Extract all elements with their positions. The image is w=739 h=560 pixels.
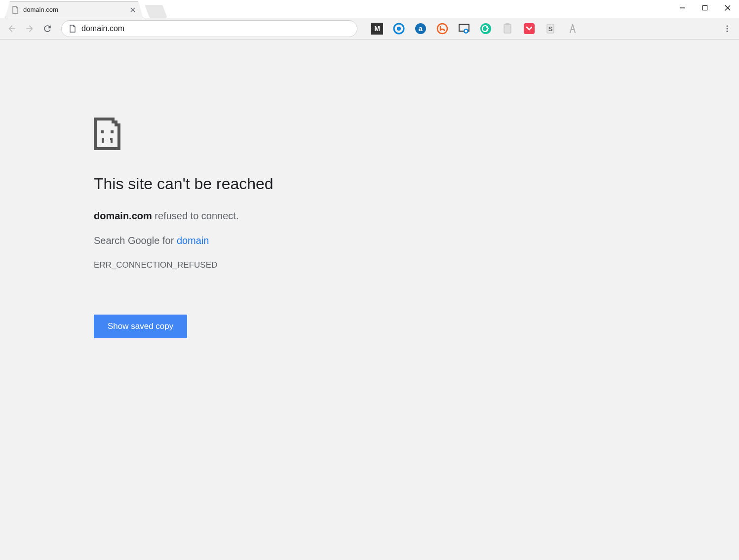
search-link[interactable]: domain [177,235,209,246]
url-text: domain.com [81,24,350,33]
svg-point-23 [727,28,728,30]
extension-amazon-icon[interactable]: a [415,23,427,35]
svg-point-24 [727,31,728,32]
page-info-icon[interactable] [69,25,77,33]
show-saved-copy-button[interactable]: Show saved copy [94,315,187,338]
back-button[interactable] [4,21,20,37]
chrome-menu-button[interactable] [719,21,735,37]
svg-rect-17 [504,24,511,33]
page-icon [11,6,19,14]
error-container: This site can't be reached domain.com re… [94,118,400,338]
reload-button[interactable] [39,21,55,37]
svg-text:S: S [548,25,553,33]
maximize-button[interactable] [694,0,716,16]
svg-text:a: a [419,24,423,33]
extension-pocket-icon[interactable] [523,23,535,35]
error-code: ERR_CONNECTION_REFUSED [94,260,400,270]
svg-point-9 [397,27,401,31]
svg-rect-19 [524,23,535,34]
extensions-area: M a S [371,23,579,35]
address-bar[interactable]: domain.com [61,20,357,37]
error-message: domain.com refused to connect. [94,208,400,223]
search-suggestion: Search Google for domain [94,235,400,246]
extension-bitly-icon[interactable] [436,23,448,35]
new-tab-button[interactable] [145,5,167,18]
svg-rect-26 [117,120,120,123]
svg-point-15 [465,30,467,33]
svg-rect-28 [111,130,114,133]
extension-megasync-icon[interactable]: M [371,23,383,35]
extension-compass-icon[interactable] [567,23,579,35]
error-title: This site can't be reached [94,174,400,195]
browser-tab[interactable]: domain.com [5,1,143,18]
window-controls [671,0,739,16]
extension-screenshot-icon[interactable] [458,23,470,35]
svg-rect-33 [104,140,111,143]
tab-title: domain.com [23,6,129,13]
close-window-button[interactable] [716,0,739,16]
toolbar: domain.com M a S [0,18,739,40]
minimize-button[interactable] [671,0,694,16]
extension-clipboard-icon[interactable] [502,23,513,35]
extension-circle-blue-icon[interactable] [393,23,405,35]
page-content: This site can't be reached domain.com re… [0,40,739,560]
extension-sessionbuddy-icon[interactable]: S [545,23,557,35]
svg-text:M: M [374,25,380,33]
forward-button[interactable] [22,21,38,37]
tab-bar: domain.com [0,0,739,18]
extension-grammarly-icon[interactable] [480,23,492,35]
error-message-suffix: refused to connect. [152,210,239,221]
svg-point-22 [727,25,728,27]
sad-page-icon [94,118,400,150]
search-prefix: Search Google for [94,235,177,246]
svg-rect-27 [101,130,104,133]
svg-rect-18 [506,23,509,25]
svg-rect-25 [115,118,117,120]
close-tab-icon[interactable] [129,6,137,14]
svg-rect-1 [703,6,707,10]
error-domain: domain.com [94,210,152,221]
